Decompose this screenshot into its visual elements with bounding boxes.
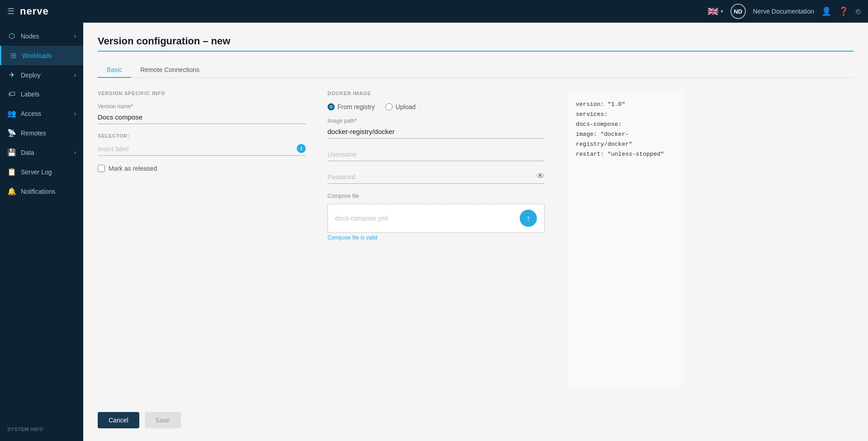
selector-label: SELECTOR: <box>98 133 306 139</box>
language-selector[interactable]: 🇬🇧 ▾ <box>707 6 723 17</box>
chevron-down-icon: ▾ <box>721 8 723 14</box>
mark-released-checkbox[interactable] <box>98 165 105 172</box>
system-info-label: SYSTEM INFO <box>0 421 83 437</box>
version-name-label: Version name* <box>98 103 306 110</box>
username-input[interactable] <box>327 148 545 161</box>
upload-label: Upload <box>395 103 415 110</box>
sidebar-label-deploy: Deploy <box>21 72 41 79</box>
registry-type-row: From registry Upload <box>327 103 545 110</box>
preview-line2: services: <box>576 110 675 120</box>
sidebar-label-remotes: Remotes <box>21 129 46 137</box>
sidebar-label-access: Access <box>21 110 41 117</box>
upload-radio[interactable] <box>385 103 393 110</box>
main-content: Version configuration – new Basic Remote… <box>83 23 868 441</box>
bottom-actions: Cancel Save <box>98 405 854 428</box>
tabs: Basic Remote Connections <box>98 62 854 78</box>
upload-option[interactable]: Upload <box>385 103 415 110</box>
labels-icon: 🏷 <box>7 90 16 98</box>
hamburger-icon[interactable]: ☰ <box>7 6 14 16</box>
version-section-label: VERSION SPECIFIC INFO <box>98 91 306 96</box>
docker-section: DOCKER IMAGE From registry Upload Image … <box>327 91 545 387</box>
data-icon: 💾 <box>7 148 16 157</box>
preview-line3: docs-compose: <box>576 120 675 129</box>
nodes-icon: ⬡ <box>7 32 16 40</box>
docker-section-label: DOCKER IMAGE <box>327 91 545 96</box>
sidebar-label-notifications: Notifications <box>21 188 55 195</box>
compose-file-label: Compose file <box>327 193 359 199</box>
compose-file-name: docs-compose.yml <box>335 215 388 222</box>
version-section: VERSION SPECIFIC INFO Version name* SELE… <box>98 91 306 387</box>
required-marker: * <box>355 118 357 124</box>
tab-basic[interactable]: Basic <box>98 62 131 78</box>
sidebar-item-access[interactable]: 👥 Access › <box>0 104 83 123</box>
username-field <box>327 148 545 161</box>
topnav-left: ☰ nerve <box>7 5 702 17</box>
user-avatar[interactable]: ND <box>730 4 746 19</box>
user-icon[interactable]: 👤 <box>821 6 831 16</box>
yaml-preview: version: "1.0" services: docs-compose: i… <box>566 91 684 387</box>
sidebar-label-labels: Labels <box>21 91 39 98</box>
server-log-icon: 📋 <box>7 168 16 176</box>
form-area: VERSION SPECIFIC INFO Version name* SELE… <box>98 91 854 387</box>
sidebar-item-server-log[interactable]: 📋 Server Log <box>0 162 83 182</box>
tab-remote-connections[interactable]: Remote Connections <box>131 62 209 78</box>
help-icon[interactable]: ❓ <box>839 6 849 16</box>
sidebar-item-labels[interactable]: 🏷 Labels <box>0 85 83 104</box>
page-title: Version configuration – new <box>98 35 854 52</box>
mark-released-row: Mark as released <box>98 165 306 172</box>
sidebar-item-data[interactable]: 💾 Data › <box>0 143 83 162</box>
chevron-right-icon: › <box>74 72 76 78</box>
workloads-icon: ⊞ <box>9 51 18 60</box>
version-name-input[interactable] <box>98 110 306 124</box>
layout: ⬡ Nodes › ⊞ Workloads ✈ Deploy › 🏷 Label… <box>0 23 868 441</box>
preview-line1: version: "1.0" <box>576 100 675 110</box>
sidebar-item-workloads[interactable]: ⊞ Workloads <box>0 46 83 65</box>
sidebar-label-data: Data <box>21 149 34 156</box>
password-input[interactable] <box>327 170 545 184</box>
logout-icon[interactable]: ⎋ <box>856 7 861 16</box>
save-button[interactable]: Save <box>145 412 181 428</box>
sidebar-item-notifications[interactable]: 🔔 Notifications <box>0 182 83 201</box>
from-registry-label: From registry <box>337 103 375 110</box>
selector-field: i <box>98 142 306 156</box>
preview-line4: image: "docker-registry/docker" <box>576 129 675 149</box>
flag-icon: 🇬🇧 <box>707 6 719 17</box>
compose-file-field: Compose file docs-compose.yml ↑ Compose … <box>327 193 545 241</box>
notifications-icon: 🔔 <box>7 187 16 196</box>
sidebar: ⬡ Nodes › ⊞ Workloads ✈ Deploy › 🏷 Label… <box>0 23 83 441</box>
from-registry-radio[interactable] <box>327 103 335 110</box>
nerve-logo: nerve <box>20 5 49 17</box>
sidebar-item-nodes[interactable]: ⬡ Nodes › <box>0 26 83 46</box>
preview-line5: restart: "unless-stopped" <box>576 149 675 159</box>
sidebar-label-server-log: Server Log <box>21 168 52 176</box>
topnav: ☰ nerve 🇬🇧 ▾ ND Nerve Documentation 👤 ❓ … <box>0 0 868 23</box>
remotes-icon: 📡 <box>7 129 16 137</box>
cancel-button[interactable]: Cancel <box>98 412 139 428</box>
sidebar-label-workloads: Workloads <box>22 52 52 59</box>
nerve-docs-link[interactable]: Nerve Documentation <box>753 8 814 15</box>
password-field: 👁 <box>327 170 545 184</box>
version-name-field: Version name* <box>98 103 306 124</box>
toggle-password-icon[interactable]: 👁 <box>536 172 545 181</box>
chevron-right-icon: › <box>74 33 76 39</box>
topnav-right: 🇬🇧 ▾ ND Nerve Documentation 👤 ❓ ⎋ <box>707 4 861 19</box>
selector-info-icon[interactable]: i <box>297 144 306 153</box>
image-path-label: Image path* <box>327 118 545 124</box>
image-path-field: Image path* <box>327 118 545 139</box>
mark-released-label[interactable]: Mark as released <box>109 165 157 172</box>
from-registry-option[interactable]: From registry <box>327 103 375 110</box>
compose-valid-status: Compose file is valid <box>327 235 545 241</box>
upload-button[interactable]: ↑ <box>520 210 537 227</box>
sidebar-label-nodes: Nodes <box>21 33 39 40</box>
image-path-input[interactable] <box>327 125 545 139</box>
compose-file-drop-zone[interactable]: docs-compose.yml ↑ <box>327 204 545 233</box>
selector-input[interactable] <box>98 142 306 156</box>
access-icon: 👥 <box>7 109 16 118</box>
required-marker: * <box>131 103 133 110</box>
chevron-right-icon: › <box>74 149 76 156</box>
chevron-right-icon: › <box>74 110 76 117</box>
sidebar-item-deploy[interactable]: ✈ Deploy › <box>0 65 83 85</box>
deploy-icon: ✈ <box>7 71 16 79</box>
sidebar-item-remotes[interactable]: 📡 Remotes <box>0 123 83 143</box>
